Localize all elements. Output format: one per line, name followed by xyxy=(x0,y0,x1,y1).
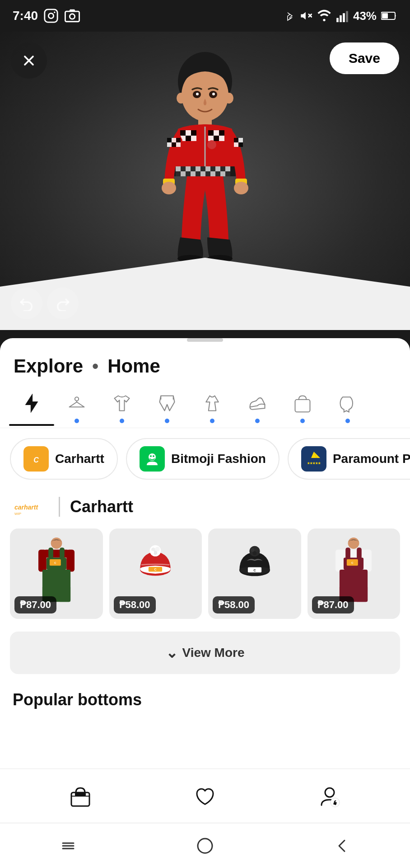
svg-rect-33 xyxy=(191,136,196,141)
save-button[interactable]: Save xyxy=(330,42,399,74)
svg-point-19 xyxy=(196,93,199,95)
svg-text:C: C xyxy=(33,456,39,464)
avatar-edit-icon xyxy=(318,784,341,808)
section-divider xyxy=(59,497,60,517)
view-more-button[interactable]: ⌄ View More xyxy=(10,632,400,674)
tab-shoes[interactable] xyxy=(235,388,280,426)
brand-pill-paramount[interactable]: ★★★★★ Paramount Pic xyxy=(288,438,410,480)
tab-tshirt[interactable] xyxy=(99,388,144,426)
paramount-logo: ★★★★★ xyxy=(301,446,326,472)
svg-rect-93 xyxy=(44,550,68,558)
nav-shop-button[interactable] xyxy=(62,778,98,814)
signal-icon xyxy=(336,9,349,22)
svg-point-8 xyxy=(323,19,325,21)
undo-icon xyxy=(19,296,34,311)
tab-hanger-dot xyxy=(75,419,79,423)
svg-rect-26 xyxy=(186,130,191,136)
shop-icon xyxy=(69,784,92,808)
undo-button[interactable] xyxy=(11,288,42,319)
paramount-label: Paramount Pic xyxy=(333,452,410,466)
brand-pills: C Carhartt Bitmoji Fashion xyxy=(0,428,410,484)
svg-marker-5 xyxy=(69,9,75,11)
tab-bag-dot xyxy=(300,419,305,423)
svg-text:C: C xyxy=(154,568,157,571)
svg-rect-40 xyxy=(186,166,191,171)
svg-rect-45 xyxy=(210,166,215,171)
svg-rect-27 xyxy=(191,130,196,136)
svg-rect-54 xyxy=(200,171,205,176)
svg-rect-133 xyxy=(75,793,86,796)
paramount-logo-icon: ★★★★★ xyxy=(304,449,324,469)
camera-icon xyxy=(64,8,80,24)
brand-pill-bitmoji[interactable]: Bitmoji Fashion xyxy=(126,438,280,480)
svg-rect-75 xyxy=(238,142,243,147)
redo-button[interactable] xyxy=(47,288,79,319)
product-card-4[interactable]: C ₱87.00 xyxy=(308,528,401,619)
tab-pants-dot xyxy=(165,419,169,423)
svg-rect-49 xyxy=(176,171,181,176)
svg-rect-51 xyxy=(186,171,191,176)
flash-icon xyxy=(22,392,42,414)
product-price-2: ₱58.00 xyxy=(114,596,156,613)
tab-bag[interactable] xyxy=(280,388,325,426)
dress-icon xyxy=(202,392,222,414)
product-card-3[interactable]: C ₱58.00 xyxy=(208,528,301,619)
svg-rect-35 xyxy=(214,136,219,141)
svg-point-112 xyxy=(151,551,154,554)
battery-icon xyxy=(381,11,397,20)
close-icon xyxy=(21,52,37,69)
tab-flash[interactable] xyxy=(9,388,54,426)
svg-rect-38 xyxy=(176,166,181,171)
svg-rect-58 xyxy=(220,171,225,176)
accessory-icon xyxy=(338,392,358,414)
svg-point-62 xyxy=(162,182,176,194)
svg-text:C: C xyxy=(54,561,56,564)
svg-point-86 xyxy=(153,455,154,457)
svg-point-85 xyxy=(150,455,152,457)
svg-text:carhartt: carhartt xyxy=(14,504,38,511)
android-recent-button[interactable] xyxy=(55,832,82,859)
product-price-3: ₱58.00 xyxy=(213,596,255,613)
svg-text:★★★★★: ★★★★★ xyxy=(307,462,321,465)
product-card-1[interactable]: C ₱87.00 xyxy=(10,528,103,619)
svg-point-21 xyxy=(177,93,186,104)
instagram-icon xyxy=(43,8,59,24)
android-home-button[interactable] xyxy=(191,832,219,859)
svg-rect-36 xyxy=(208,136,214,141)
android-back-button[interactable] xyxy=(328,832,355,859)
tab-dress[interactable] xyxy=(190,388,235,426)
category-tabs xyxy=(0,384,410,428)
drag-handle[interactable] xyxy=(187,338,223,342)
shoes-icon xyxy=(247,392,267,414)
bag-icon xyxy=(293,392,312,414)
view-more-chevron: ⌄ xyxy=(166,644,178,661)
svg-rect-29 xyxy=(214,130,219,136)
svg-rect-48 xyxy=(225,166,230,171)
tab-hanger[interactable] xyxy=(54,388,99,426)
svg-text:C: C xyxy=(253,569,256,572)
svg-point-104 xyxy=(51,538,62,549)
product-card-2[interactable]: C ₱58.00 xyxy=(109,528,202,619)
close-button[interactable] xyxy=(11,42,47,79)
svg-rect-39 xyxy=(181,166,186,171)
tab-accessory[interactable] xyxy=(325,388,370,426)
svg-rect-32 xyxy=(186,136,191,141)
carhartt-logo: C xyxy=(23,446,49,472)
nav-avatar-button[interactable] xyxy=(312,778,348,814)
redo-icon xyxy=(55,296,70,311)
svg-point-119 xyxy=(252,551,256,555)
time: 7:40 xyxy=(13,9,38,23)
nav-favorites-button[interactable] xyxy=(187,778,223,814)
tab-accessory-dot xyxy=(345,419,350,423)
tab-dress-dot xyxy=(210,419,214,423)
tab-pants[interactable] xyxy=(144,388,190,426)
svg-rect-56 xyxy=(210,171,215,176)
svg-rect-34 xyxy=(219,136,224,141)
svg-rect-3 xyxy=(65,11,79,22)
recent-apps-icon xyxy=(58,836,78,856)
svg-rect-125 xyxy=(363,550,372,572)
brand-pill-carhartt[interactable]: C Carhartt xyxy=(10,438,118,480)
svg-rect-30 xyxy=(208,130,214,136)
svg-rect-80 xyxy=(295,400,310,412)
hanger-icon xyxy=(67,392,87,414)
